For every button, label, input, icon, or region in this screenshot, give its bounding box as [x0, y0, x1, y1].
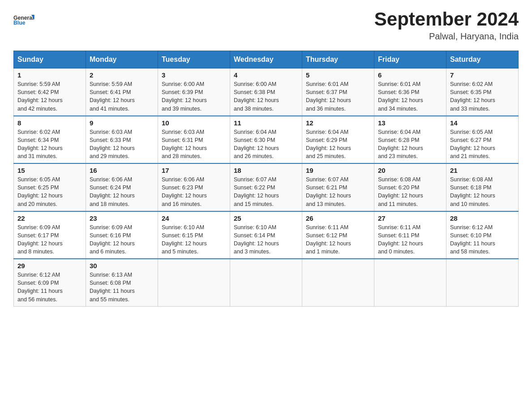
day-number: 18: [234, 167, 298, 174]
day-info: Sunrise: 6:01 AMSunset: 6:36 PMDaylight:…: [378, 80, 442, 113]
day-info: Sunrise: 6:12 AMSunset: 6:10 PMDaylight:…: [450, 223, 515, 256]
day-info: Sunrise: 6:06 AMSunset: 6:24 PMDaylight:…: [90, 176, 154, 208]
column-header-wednesday: Wednesday: [230, 51, 302, 68]
logo-svg: General Blue: [13, 9, 36, 29]
day-number: 15: [17, 167, 82, 174]
day-number: 14: [450, 119, 515, 127]
day-number: 23: [90, 214, 154, 222]
day-info: Sunrise: 6:03 AMSunset: 6:33 PMDaylight:…: [90, 128, 154, 161]
day-info: Sunrise: 6:07 AMSunset: 6:22 PMDaylight:…: [234, 176, 298, 208]
calendar-cell: [158, 259, 230, 306]
calendar-cell: 22Sunrise: 6:09 AMSunset: 6:17 PMDayligh…: [14, 211, 86, 259]
calendar-cell: 6Sunrise: 6:01 AMSunset: 6:36 PMDaylight…: [374, 68, 446, 116]
day-number: 25: [234, 214, 298, 222]
location-subtitle: Palwal, Haryana, India: [374, 31, 519, 42]
day-info: Sunrise: 6:04 AMSunset: 6:30 PMDaylight:…: [234, 128, 298, 161]
day-info: Sunrise: 6:11 AMSunset: 6:12 PMDaylight:…: [306, 223, 370, 256]
column-header-friday: Friday: [374, 51, 446, 68]
calendar-cell: [374, 259, 446, 306]
calendar-cell: 19Sunrise: 6:07 AMSunset: 6:21 PMDayligh…: [302, 163, 374, 211]
day-number: 24: [162, 214, 226, 222]
calendar-cell: 9Sunrise: 6:03 AMSunset: 6:33 PMDaylight…: [86, 116, 158, 164]
day-info: Sunrise: 6:07 AMSunset: 6:21 PMDaylight:…: [306, 176, 370, 208]
day-number: 20: [378, 167, 442, 174]
month-year-title: September 2024: [374, 9, 519, 30]
calendar-cell: 23Sunrise: 6:09 AMSunset: 6:16 PMDayligh…: [86, 211, 158, 259]
day-info: Sunrise: 5:59 AMSunset: 6:42 PMDaylight:…: [17, 80, 82, 113]
calendar-cell: [446, 259, 519, 306]
day-info: Sunrise: 6:04 AMSunset: 6:29 PMDaylight:…: [306, 128, 370, 161]
day-number: 27: [378, 214, 442, 222]
calendar-cell: 12Sunrise: 6:04 AMSunset: 6:29 PMDayligh…: [302, 116, 374, 164]
day-number: 4: [234, 71, 298, 79]
day-info: Sunrise: 5:59 AMSunset: 6:41 PMDaylight:…: [90, 80, 154, 113]
calendar-cell: 29Sunrise: 6:12 AMSunset: 6:09 PMDayligh…: [14, 259, 86, 306]
day-info: Sunrise: 6:06 AMSunset: 6:23 PMDaylight:…: [162, 176, 226, 208]
day-number: 22: [17, 214, 82, 222]
calendar-cell: 14Sunrise: 6:05 AMSunset: 6:27 PMDayligh…: [446, 116, 519, 164]
calendar-cell: 13Sunrise: 6:04 AMSunset: 6:28 PMDayligh…: [374, 116, 446, 164]
day-info: Sunrise: 6:05 AMSunset: 6:27 PMDaylight:…: [450, 128, 515, 161]
column-header-sunday: Sunday: [14, 51, 86, 68]
day-number: 13: [378, 119, 442, 127]
calendar-cell: 17Sunrise: 6:06 AMSunset: 6:23 PMDayligh…: [158, 163, 230, 211]
day-info: Sunrise: 6:02 AMSunset: 6:34 PMDaylight:…: [17, 128, 82, 161]
day-info: Sunrise: 6:02 AMSunset: 6:35 PMDaylight:…: [450, 80, 515, 113]
day-number: 30: [90, 262, 154, 270]
day-number: 21: [450, 167, 515, 174]
calendar-cell: 15Sunrise: 6:05 AMSunset: 6:25 PMDayligh…: [14, 163, 86, 211]
day-info: Sunrise: 6:11 AMSunset: 6:11 PMDaylight:…: [378, 223, 442, 256]
column-header-monday: Monday: [86, 51, 158, 68]
day-info: Sunrise: 6:13 AMSunset: 6:08 PMDaylight:…: [90, 271, 154, 304]
column-header-saturday: Saturday: [446, 51, 519, 68]
day-info: Sunrise: 6:09 AMSunset: 6:17 PMDaylight:…: [17, 223, 82, 256]
calendar-cell: 25Sunrise: 6:10 AMSunset: 6:14 PMDayligh…: [230, 211, 302, 259]
day-number: 3: [162, 71, 226, 79]
day-number: 28: [450, 214, 515, 222]
day-number: 1: [17, 71, 82, 79]
calendar-cell: 18Sunrise: 6:07 AMSunset: 6:22 PMDayligh…: [230, 163, 302, 211]
calendar-cell: [230, 259, 302, 306]
day-number: 9: [90, 119, 154, 127]
day-info: Sunrise: 6:12 AMSunset: 6:09 PMDaylight:…: [17, 271, 82, 304]
page-header: General Blue September 2024 Palwal, Hary…: [13, 9, 519, 42]
calendar-cell: [302, 259, 374, 306]
calendar-cell: 16Sunrise: 6:06 AMSunset: 6:24 PMDayligh…: [86, 163, 158, 211]
calendar-cell: 28Sunrise: 6:12 AMSunset: 6:10 PMDayligh…: [446, 211, 519, 259]
day-number: 10: [162, 119, 226, 127]
day-info: Sunrise: 6:00 AMSunset: 6:39 PMDaylight:…: [162, 80, 226, 113]
calendar-week-row: 22Sunrise: 6:09 AMSunset: 6:17 PMDayligh…: [14, 211, 519, 259]
day-number: 6: [378, 71, 442, 79]
calendar-cell: 7Sunrise: 6:02 AMSunset: 6:35 PMDaylight…: [446, 68, 519, 116]
day-info: Sunrise: 6:03 AMSunset: 6:31 PMDaylight:…: [162, 128, 226, 161]
svg-text:Blue: Blue: [13, 20, 26, 26]
calendar-week-row: 29Sunrise: 6:12 AMSunset: 6:09 PMDayligh…: [14, 259, 519, 306]
day-info: Sunrise: 6:00 AMSunset: 6:38 PMDaylight:…: [234, 80, 298, 113]
day-number: 26: [306, 214, 370, 222]
calendar-cell: 24Sunrise: 6:10 AMSunset: 6:15 PMDayligh…: [158, 211, 230, 259]
calendar-cell: 1Sunrise: 5:59 AMSunset: 6:42 PMDaylight…: [14, 68, 86, 116]
calendar-cell: 8Sunrise: 6:02 AMSunset: 6:34 PMDaylight…: [14, 116, 86, 164]
day-number: 19: [306, 167, 370, 174]
day-info: Sunrise: 6:09 AMSunset: 6:16 PMDaylight:…: [90, 223, 154, 256]
day-number: 8: [17, 119, 82, 127]
column-header-tuesday: Tuesday: [158, 51, 230, 68]
calendar-cell: 10Sunrise: 6:03 AMSunset: 6:31 PMDayligh…: [158, 116, 230, 164]
calendar-cell: 26Sunrise: 6:11 AMSunset: 6:12 PMDayligh…: [302, 211, 374, 259]
day-number: 12: [306, 119, 370, 127]
calendar-cell: 2Sunrise: 5:59 AMSunset: 6:41 PMDaylight…: [86, 68, 158, 116]
calendar-cell: 11Sunrise: 6:04 AMSunset: 6:30 PMDayligh…: [230, 116, 302, 164]
calendar-header-row: SundayMondayTuesdayWednesdayThursdayFrid…: [14, 51, 519, 68]
calendar-cell: 3Sunrise: 6:00 AMSunset: 6:39 PMDaylight…: [158, 68, 230, 116]
day-number: 7: [450, 71, 515, 79]
calendar-table: SundayMondayTuesdayWednesdayThursdayFrid…: [13, 51, 519, 307]
day-info: Sunrise: 6:08 AMSunset: 6:20 PMDaylight:…: [378, 176, 442, 208]
day-number: 29: [17, 262, 82, 270]
calendar-week-row: 1Sunrise: 5:59 AMSunset: 6:42 PMDaylight…: [14, 68, 519, 116]
calendar-cell: 21Sunrise: 6:08 AMSunset: 6:18 PMDayligh…: [446, 163, 519, 211]
day-number: 17: [162, 167, 226, 174]
calendar-week-row: 15Sunrise: 6:05 AMSunset: 6:25 PMDayligh…: [14, 163, 519, 211]
day-number: 16: [90, 167, 154, 174]
logo: General Blue: [13, 9, 36, 29]
calendar-cell: 30Sunrise: 6:13 AMSunset: 6:08 PMDayligh…: [86, 259, 158, 306]
